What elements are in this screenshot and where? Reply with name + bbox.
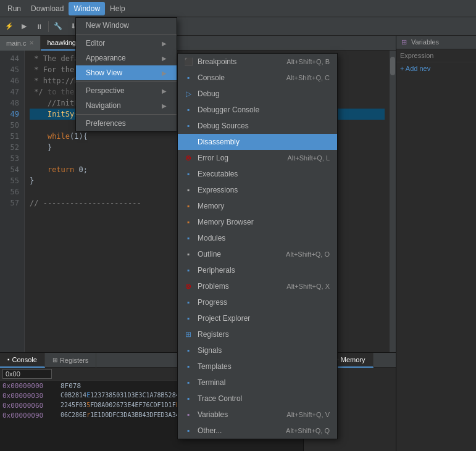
hex-addr-30: 0x00000030 [2,392,58,402]
line-num-54: 54 [5,164,19,175]
variables-header: ⊞ Variables [396,36,476,49]
line-num-53: 53 [5,153,19,164]
memory-icon: ▪ [336,356,338,363]
line-num-45: 45 [5,64,19,75]
toolbar-btn-arrow-fwd[interactable]: → [100,20,114,33]
line-numbers: 44 45 46 47 48 49 50 51 52 53 54 55 56 5… [0,51,25,352]
code-kw-return: return [48,165,74,174]
code-line-57: // ---------------------- [30,197,385,209]
code-vscroll[interactable] [390,51,396,352]
toolbar-btn-5[interactable]: ⬇ [66,20,80,33]
code-line-50 [30,120,385,131]
hex-row-60: 0x00000060 2245F035FD8A002673E4EF76CDF1D… [2,402,301,412]
variables-icon: ⊞ [401,38,407,46]
line-num-48: 48 [5,97,19,109]
menu-bar: Run Download Window Help [0,0,476,17]
code-line-51: while(1){ [30,131,385,142]
hex-row-0: 0x00000000 8F078 [2,382,301,392]
bottom-panel: ▪ Console ⊞ Registers [0,352,396,451]
code-vscroll-thumb[interactable] [390,57,395,75]
code-aside-49: s to a kno [110,110,159,118]
code-kw-while: while [48,132,70,141]
tab-main-c[interactable]: main.c ✕ [0,36,41,51]
toolbar-btn-2[interactable]: ▶ [17,20,31,33]
bottom-tab-ser[interactable]: ser [304,353,328,368]
hex-row-90: 0x00000090 06C286Er1E1D0DFC3DA3BB43DFED3… [2,412,301,421]
code-line-48: //InitFlash(); [30,97,385,109]
tab-bar: main.c ✕ haawking-de... ¹ ✕ » [0,36,396,51]
console-input-row [0,368,303,381]
bottom-tab-bar-left: ▪ Console ⊞ Registers [0,353,303,368]
variables-title: Variables [411,38,439,46]
bottom-tab-bar-right: ser ▪ Memory [304,353,396,368]
code-line-49: InitSysCtrl(); s to a kno [30,109,385,120]
hex-bytes-90: 06C286Er1E1D0DFC3DA3BB43DFED3A3404A3ED52… [61,412,301,421]
add-new-expression[interactable]: + Add nev [396,62,476,75]
code-fn-49: InitSysCtrl [48,110,96,118]
bottom-tab-console[interactable]: ▪ Console [0,353,45,368]
code-aside-47: to the fol [43,88,92,96]
menu-download[interactable]: Download [26,2,69,15]
tab-haawking-close[interactable]: ✕ [99,39,104,46]
vars-expression-label: Expression [400,52,433,59]
menu-help[interactable]: Help [105,2,130,15]
memory-content [304,368,396,451]
bottom-tab-memory[interactable]: ▪ Memory [328,353,373,368]
code-line-46: * http://haa r needs t [30,75,385,86]
line-num-47: 47 [5,86,19,97]
line-num-44: 44 [5,53,19,64]
bottom-tab-registers-label: Registers [60,357,88,364]
toolbar-sep-1 [48,21,49,32]
console-pane: ▪ Console ⊞ Registers [0,353,303,451]
tab-main-c-close[interactable]: ✕ [29,39,34,46]
editor-panel: main.c ✕ haawking-de... ¹ ✕ » 44 45 46 4… [0,36,396,451]
code-aside-45: performar [83,65,128,74]
code-line-55: } [30,175,385,186]
code-line-54: return 0; [30,164,385,175]
line-num-55: 55 [5,175,19,186]
code-line-45: * For the c performar [30,64,385,75]
hex-bytes-60: 2245F035FD8A002673E4EF76CDF1D1FF33E0024C… [61,402,301,412]
console-address-input[interactable] [2,369,52,379]
toolbar-btn-arrow-back[interactable]: ← [85,20,99,33]
right-panel: ⊞ Variables Expression + Add nev [396,36,476,451]
toolbar-sep-2 [82,21,83,32]
memory-pane: ser ▪ Memory [303,353,396,451]
hex-content: 0x00000000 8F078 0x00000030 C0B2814E1237… [0,381,303,451]
menu-window[interactable]: Window [69,2,105,15]
toolbar: ⚡ ▶ ⏸ 🔧 ⬇ ← → ⤢ [0,17,476,36]
console-content: 0x00000000 8F078 0x00000030 C0B2814E1237… [0,368,303,451]
hex-bytes-30: C0B2814E1237385031D3E3C1A78B5284BFDE4E14… [61,392,301,402]
toolbar-btn-1[interactable]: ⚡ [2,20,16,33]
menu-run[interactable]: Run [2,2,26,15]
console-icon: ▪ [7,356,10,363]
tab-haawking[interactable]: haawking-de... ¹ ✕ [41,36,111,51]
line-num-51: 51 [5,131,19,142]
hex-addr-60: 0x00000060 [2,402,58,412]
toolbar-btn-maximize[interactable]: ⤢ [119,20,133,33]
toolbar-btn-3[interactable]: ⏸ [32,20,46,33]
code-line-44: * The defau [30,53,385,64]
code-aside-46: r needs t [88,77,132,85]
hex-addr-0: 0x00000000 [2,382,58,392]
code-area: 44 45 46 47 48 49 50 51 52 53 54 55 56 5… [0,51,396,352]
line-num-46: 46 [5,75,19,86]
vars-expression-col: Expression [396,49,476,62]
code-line-47: */ to the fol [30,86,385,97]
bottom-tab-console-label: Console [12,356,37,363]
toolbar-btn-4[interactable]: 🔧 [51,20,65,33]
tab-more[interactable]: » [111,38,123,49]
line-num-50: 50 [5,120,19,131]
registers-icon: ⊞ [52,357,57,363]
line-num-49: 49 [5,109,19,120]
line-num-57: 57 [5,197,19,209]
bottom-tab-registers[interactable]: ⊞ Registers [45,353,96,368]
toolbar-sep-3 [116,21,117,32]
bottom-tab-ser-label: ser [311,357,320,364]
hex-row-30: 0x00000030 C0B2814E1237385031D3E3C1A78B5… [2,392,301,402]
line-num-56: 56 [5,186,19,197]
tab-main-c-label: main.c [6,39,26,47]
code-line-56 [30,186,385,197]
main-layout: main.c ✕ haawking-de... ¹ ✕ » 44 45 46 4… [0,36,476,451]
code-line-53 [30,153,385,164]
